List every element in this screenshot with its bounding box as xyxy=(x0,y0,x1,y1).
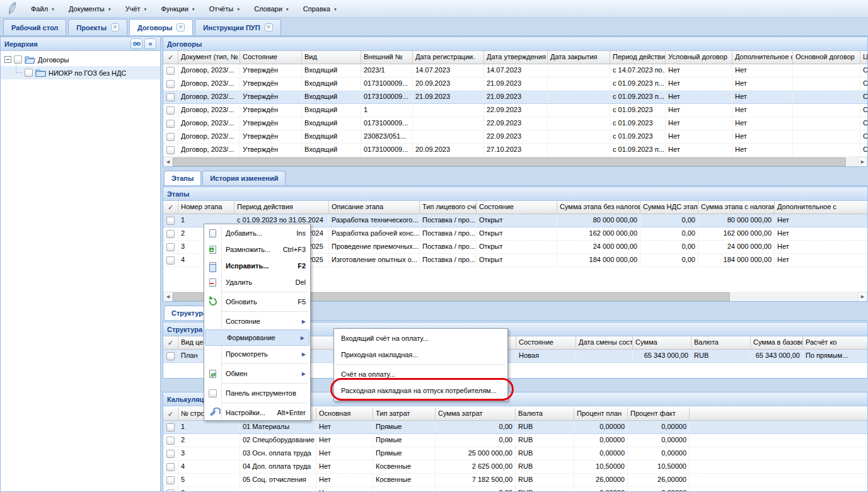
table-row[interactable]: 505 Соц. отчисленияНетКосвенные7 182 500… xyxy=(163,474,867,487)
column-header[interactable]: Сумма в базовой в xyxy=(751,336,803,349)
column-header[interactable]: Сумма этапа с налогами xyxy=(698,201,775,214)
close-icon[interactable]: ✕ xyxy=(111,23,119,31)
table-row[interactable]: 6Нет0,00RUB0,000000,00000 xyxy=(163,487,867,492)
column-header[interactable]: Дата утверждения xyxy=(484,51,548,64)
column-header[interactable]: Дата закрытия xyxy=(548,51,610,64)
column-header[interactable]: Сумма этапа без налогов xyxy=(557,201,640,214)
menu-item-view[interactable]: Просмотреть ▶ xyxy=(204,346,310,362)
menu-dictionaries[interactable]: Словари▼ xyxy=(247,3,296,15)
column-header[interactable]: Тип лицевого счёт xyxy=(420,201,477,214)
scroll-right-icon[interactable]: ▶ xyxy=(858,292,867,302)
tree-node-niokr[interactable]: НИОКР по ГОЗ без НДС xyxy=(1,66,160,79)
scrollbar-thumb[interactable] xyxy=(173,157,846,166)
menu-item-formation[interactable]: Формирование ▶ xyxy=(205,329,310,346)
table-row[interactable]: 202 СпецоборудованиеНетПрямые0,00RUB0,00… xyxy=(163,434,867,447)
row-checkbox[interactable] xyxy=(163,447,178,460)
column-header[interactable]: Период действия xyxy=(234,201,329,214)
table-row[interactable]: Договор, 2023/...УтверждёнВходящий2023/1… xyxy=(163,64,867,77)
column-header[interactable] xyxy=(690,408,867,420)
scroll-left-icon[interactable]: ◀ xyxy=(163,157,173,167)
menu-help[interactable]: Справка▼ xyxy=(296,3,344,15)
row-checkbox[interactable] xyxy=(163,474,178,486)
tab-projects[interactable]: Проекты✕ xyxy=(68,19,127,35)
horizontal-scrollbar[interactable]: ◀ ▶ xyxy=(163,157,867,167)
menu-file[interactable]: Файл▼ xyxy=(24,3,62,15)
menu-functions[interactable]: Функции▼ xyxy=(154,3,202,15)
tree-node-contracts[interactable]: Договоры xyxy=(1,53,160,66)
tab-desktop[interactable]: Рабочий стол xyxy=(3,19,66,35)
row-checkbox[interactable] xyxy=(163,117,178,130)
menu-item-toolbar-toggle[interactable]: Панель инструментов xyxy=(204,385,310,401)
table-row[interactable]: 101 МатериалыНетПрямые0,00RUB0,000000,00… xyxy=(163,421,867,434)
collapse-panel-icon[interactable]: « xyxy=(144,38,156,49)
row-checkbox[interactable] xyxy=(163,130,178,143)
column-header[interactable]: Сумма затрат xyxy=(436,408,516,420)
column-header[interactable]: Состояние xyxy=(240,51,302,64)
row-checkbox[interactable] xyxy=(163,144,178,156)
tab-instructions[interactable]: Инструкции ПУП✕ xyxy=(195,19,281,35)
column-header[interactable]: Ц xyxy=(860,51,867,64)
table-row[interactable]: Договор, 2023/...УтверждёнВходящий017310… xyxy=(163,91,867,104)
row-checkbox[interactable] xyxy=(163,241,178,253)
row-checkbox[interactable] xyxy=(163,104,178,117)
tree-checkbox[interactable] xyxy=(25,69,33,77)
column-header[interactable]: Сумма xyxy=(633,336,692,349)
column-header[interactable]: ✓ xyxy=(163,201,178,214)
column-header[interactable]: Дата смены состоя xyxy=(576,336,633,349)
table-row[interactable]: 404 Доп. оплата трудаНетКосвенные2 625 0… xyxy=(163,461,867,474)
row-checkbox[interactable] xyxy=(163,64,178,77)
close-icon[interactable]: ✕ xyxy=(176,23,185,31)
table-row[interactable]: Договор, 2023/...УтверждёнВходящий017310… xyxy=(163,117,867,130)
submenu-item-expense-note[interactable]: Расходная накладная на отпуск потребител… xyxy=(334,382,507,399)
tab-stages[interactable]: Этапы xyxy=(164,171,201,185)
tab-contracts[interactable]: Договоры✕ xyxy=(129,19,193,35)
row-checkbox[interactable] xyxy=(163,434,178,447)
menu-item-duplicate[interactable]: + Размножить... Ctrl+F3 xyxy=(204,241,310,258)
submenu-item-invoice[interactable]: Счёт на оплату... xyxy=(334,366,507,382)
column-header[interactable]: ✓ xyxy=(163,51,178,64)
menu-item-state[interactable]: Состояние ▶ xyxy=(204,313,310,329)
menu-item-refresh[interactable]: Обновить F5 xyxy=(204,294,310,310)
column-header[interactable]: Номер этапа xyxy=(178,201,234,214)
column-header[interactable]: Тип затрат xyxy=(373,408,436,420)
column-header[interactable]: Основной договор xyxy=(793,51,860,64)
row-checkbox[interactable] xyxy=(163,91,178,103)
menu-item-delete[interactable]: Удалить Del xyxy=(204,274,310,290)
column-header[interactable]: Состояние xyxy=(477,201,557,214)
table-row[interactable]: Договор, 2023/...УтверждёнВходящий017310… xyxy=(163,144,867,157)
submenu-item-receipt-note[interactable]: Приходная накладная... xyxy=(334,346,507,363)
column-header[interactable]: Процент факт xyxy=(628,408,690,420)
row-checkbox[interactable] xyxy=(163,421,178,433)
tab-change-history[interactable]: История изменений xyxy=(202,171,286,185)
column-header[interactable]: Дата регистрации. xyxy=(413,51,484,64)
table-row[interactable]: Договор, 2023/...УтверждёнВходящий017310… xyxy=(163,77,867,91)
column-header[interactable]: Документ (тип, № xyxy=(178,51,240,64)
table-row[interactable]: Договор, 2023/...УтверждёнВходящий122.09… xyxy=(163,104,867,117)
scroll-left-icon[interactable]: ◀ xyxy=(163,292,173,302)
column-header[interactable]: Состояние xyxy=(516,336,576,349)
menu-item-add[interactable]: Добавить... Ins xyxy=(204,225,310,241)
menu-item-edit[interactable]: Исправить... F2 xyxy=(204,258,310,274)
menu-item-exchange[interactable]: ⇄ Обмен ▶ xyxy=(204,365,310,382)
tree-checkbox[interactable] xyxy=(14,55,22,64)
menu-item-settings[interactable]: Настройки... Alt+Enter xyxy=(204,404,310,421)
column-header[interactable]: Дополнительное с xyxy=(732,51,793,64)
column-header[interactable]: ✓ xyxy=(163,408,178,420)
table-row[interactable]: 303 Осн. оплата трудаНетПрямые25 000 000… xyxy=(163,447,867,461)
menu-reports[interactable]: Отчёты▼ xyxy=(202,3,247,15)
column-header[interactable]: Период действия.. xyxy=(610,51,666,64)
collapse-expander-icon[interactable] xyxy=(4,56,11,63)
row-checkbox[interactable] xyxy=(163,487,178,492)
row-checkbox[interactable] xyxy=(163,77,178,90)
column-header[interactable]: Расчёт ко xyxy=(803,336,867,349)
column-header[interactable]: Дополнительное с xyxy=(775,201,867,214)
row-checkbox[interactable] xyxy=(163,227,178,240)
column-header[interactable]: Описание этапа xyxy=(329,201,420,214)
row-checkbox[interactable] xyxy=(163,254,178,266)
row-checkbox[interactable] xyxy=(163,350,178,362)
column-header[interactable]: Процент план xyxy=(574,408,628,420)
column-header[interactable]: Валюта xyxy=(516,408,574,420)
column-header[interactable]: Внешний № xyxy=(361,51,413,64)
menu-accounting[interactable]: Учёт▼ xyxy=(119,3,154,15)
submenu-item-incoming-invoice[interactable]: Входящий счёт на оплату... xyxy=(334,330,507,346)
